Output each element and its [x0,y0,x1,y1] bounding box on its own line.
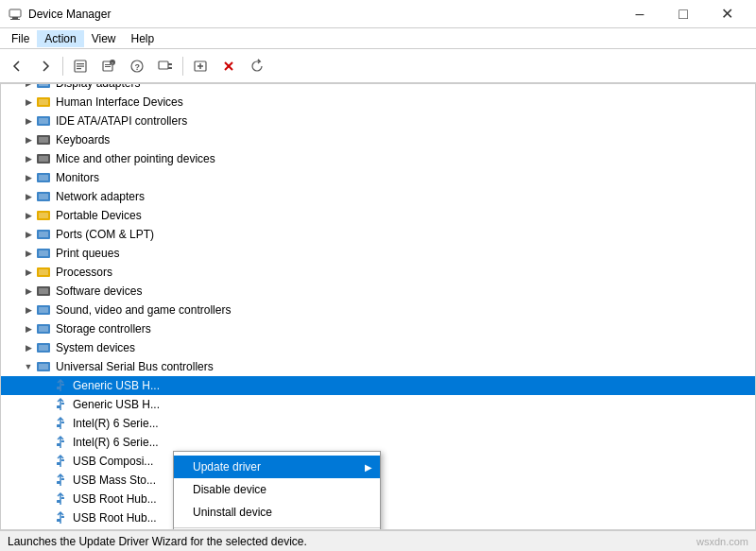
tree-label-ide: IDE ATA/ATAPI controllers [56,114,187,128]
device-icon-usb-comp [52,454,69,469]
device-icon-ports [35,227,52,242]
context-menu-item-disable-device[interactable]: Disable device [174,478,380,501]
tree-label-usb-comp: USB Composi... [73,455,153,468]
svg-rect-31 [39,137,48,143]
menu-view[interactable]: View [84,30,124,47]
tree-item-sound[interactable]: ▶ Sound, video and game controllers [1,301,755,319]
scan-button[interactable] [152,53,179,79]
expand-arrow-network: ▶ [22,192,35,201]
tree-item-processors[interactable]: ▶ Processors [1,263,755,282]
back-button[interactable] [4,53,30,79]
svg-rect-64 [57,462,60,465]
tree-item-ide[interactable]: ▶ IDE ATA/ATAPI controllers [1,112,755,130]
title-bar: Device Manager – □ ✕ [0,0,756,28]
device-icon-generic-hub-2 [52,397,69,412]
svg-rect-60 [57,424,60,427]
expand-arrow-processors: ▶ [22,267,35,277]
refresh-button[interactable] [244,53,270,79]
tree-item-software-devices[interactable]: ▶ Software devices [1,282,755,301]
device-icon-processors [35,265,52,280]
svg-rect-66 [57,481,60,484]
device-icon-mice [35,151,52,166]
maximize-button[interactable]: □ [662,0,705,28]
expand-arrow-mice: ▶ [22,154,35,164]
svg-rect-58 [57,405,60,408]
svg-rect-45 [39,269,48,275]
tree-label-processors: Processors [56,266,112,279]
tree-label-monitors: Monitors [56,171,99,184]
tree-label-system: System devices [56,341,135,354]
expand-arrow-display-adapters: ▶ [22,84,35,88]
help-button[interactable]: ? [124,53,150,79]
close-button[interactable]: ✕ [705,0,748,28]
tree-item-monitors[interactable]: ▶ Monitors [1,168,755,187]
tree-label-usb-root-1: USB Root Hub... [73,492,157,506]
tree-item-system[interactable]: ▶ System devices [1,338,755,357]
svg-rect-68 [57,500,60,503]
expand-arrow-storage: ▶ [22,324,35,334]
tree-item-keyboards[interactable]: ▶ Keyboards [1,130,755,149]
device-icon-monitors [35,170,52,185]
minimize-button[interactable]: – [618,0,662,28]
svg-rect-37 [39,194,48,199]
svg-rect-61 [61,422,64,423]
device-icon-system [35,340,52,355]
menu-bar: File Action View Help [0,28,756,49]
toolbar: ? ? [0,49,756,83]
update-driver-button[interactable]: ? [95,53,122,79]
tree-item-portable[interactable]: ▶ Portable Devices [1,206,755,225]
menu-help[interactable]: Help [124,30,163,47]
context-menu-item-update-driver[interactable]: Update driver▶ [174,456,380,478]
remove-button[interactable] [215,53,242,79]
tree-item-generic-hub-2[interactable]: Generic USB H... [1,395,755,414]
expand-arrow-print: ▶ [22,249,35,258]
svg-rect-56 [57,387,60,389]
svg-rect-49 [39,307,48,313]
tree-item-intel-6-1[interactable]: Intel(R) 6 Serie... [1,414,755,433]
tree-item-print[interactable]: ▶ Print queues [1,244,755,263]
tree-item-ports[interactable]: ▶ Ports (COM & LPT) [1,225,755,244]
device-icon-intel-6-1 [52,416,69,431]
device-icon-hid [35,95,52,110]
tree-label-generic-hub-2: Generic USB H... [73,398,160,411]
tree-label-portable: Portable Devices [56,209,142,222]
tree-item-storage[interactable]: ▶ Storage controllers [1,319,755,338]
tree-item-hid[interactable]: ▶ Human Interface Devices [1,93,755,112]
svg-rect-6 [77,68,81,69]
svg-rect-41 [39,232,48,237]
svg-rect-71 [61,516,64,518]
menu-file[interactable]: File [4,30,37,47]
svg-rect-62 [57,443,60,446]
tree-item-generic-hub-1[interactable]: Generic USB H... [1,376,755,395]
forward-button[interactable] [32,53,59,79]
tree-label-intel-6-2: Intel(R) 6 Serie... [73,436,159,449]
device-icon-ide [35,113,52,129]
tree-label-storage: Storage controllers [56,322,151,336]
tree-label-print: Print queues [56,247,119,260]
svg-rect-65 [61,459,64,461]
expand-arrow-portable: ▶ [22,211,35,220]
device-icon-usb [35,359,52,374]
tree-item-usb[interactable]: ▼ Universal Serial Bus controllers [1,357,755,376]
add-button[interactable] [187,53,214,79]
svg-rect-15 [168,63,172,65]
device-icon-usb-root-1 [52,491,69,507]
tree-item-network[interactable]: ▶ Network adapters [1,187,755,206]
tree-item-mice[interactable]: ▶ Mice and other pointing devices [1,149,755,168]
tree-label-usb: Universal Serial Bus controllers [56,360,214,373]
svg-rect-9 [105,66,111,67]
properties-button[interactable] [67,53,94,79]
svg-rect-70 [57,519,60,522]
svg-rect-27 [39,99,48,105]
device-icon-portable [35,208,52,223]
tree-item-intel-6-2[interactable]: Intel(R) 6 Serie... [1,433,755,452]
window-controls: – □ ✕ [618,0,748,28]
svg-rect-43 [39,250,48,256]
context-menu-sep-sep1 [174,527,380,528]
svg-rect-1 [12,17,18,19]
tree-item-display-adapters[interactable]: ▶ Display adapters [1,84,755,93]
tree-label-ports: Ports (COM & LPT) [56,228,154,241]
svg-rect-0 [9,9,21,17]
menu-action[interactable]: Action [37,30,83,47]
context-menu-item-uninstall-device[interactable]: Uninstall device [174,501,380,524]
